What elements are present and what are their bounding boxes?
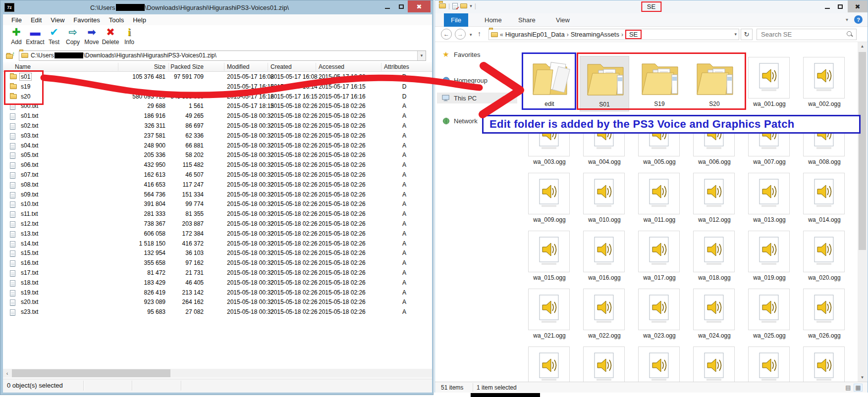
new-folder-button[interactable] xyxy=(460,3,467,8)
archive-row-s12.txt[interactable]: s12.txt 738 367 203 887 2015-05-18 00:32… xyxy=(3,219,432,229)
file-tile-wa_016.ogg[interactable]: wa_016.ogg xyxy=(580,230,629,285)
minimize-button[interactable] xyxy=(821,0,833,12)
refresh-button[interactable]: ↻ xyxy=(741,29,753,40)
scroll-up-icon[interactable]: ▲ xyxy=(858,42,867,50)
archive-row-s18.txt[interactable]: s18.txt 183 429 46 405 2015-05-18 00:32 … xyxy=(3,278,432,288)
scroll-left-icon[interactable]: ‹ xyxy=(3,369,11,378)
file-tile-wa_018.ogg[interactable]: wa_018.ogg xyxy=(690,230,739,285)
vertical-scrollbar[interactable]: ▲ ▼ xyxy=(858,42,867,382)
column-header-modified[interactable]: Modified xyxy=(227,63,249,70)
menu-item-tools[interactable]: Tools xyxy=(105,16,128,24)
file-tile-wa_011.ogg[interactable]: wa_011.ogg xyxy=(635,172,684,227)
menu-item-view[interactable]: View xyxy=(46,16,69,24)
move-button[interactable]: ➡Move xyxy=(82,26,101,46)
folder-tile-S19[interactable]: S19 xyxy=(635,56,684,111)
forward-button[interactable]: → xyxy=(455,29,466,40)
file-tile-wa_013.ogg[interactable]: wa_013.ogg xyxy=(745,172,794,227)
file-tile-wa_007.ogg[interactable]: wa_007.ogg xyxy=(745,114,794,169)
folder-tile-S01[interactable]: S01 xyxy=(580,56,629,111)
archive-row-s07.txt[interactable]: s07.txt 162 613 46 507 2015-05-18 00:32 … xyxy=(3,170,432,180)
scrollbar-thumb[interactable] xyxy=(12,369,170,377)
file-tile-wa_010.ogg[interactable]: wa_010.ogg xyxy=(580,172,629,227)
tab-share[interactable]: Share xyxy=(511,13,542,27)
file-tile-wa_004.ogg[interactable]: wa_004.ogg xyxy=(580,114,629,169)
breadcrumb-item-se[interactable]: SE xyxy=(625,30,642,39)
file-tile-wa_019.ogg[interactable]: wa_019.ogg xyxy=(745,230,794,285)
maximize-button[interactable] xyxy=(395,0,408,12)
back-button[interactable]: ← xyxy=(441,29,452,40)
breadcrumb-item-data[interactable]: HigurashiEp01_Data xyxy=(505,31,565,38)
file-tile-wa_023.ogg[interactable]: wa_023.ogg xyxy=(635,288,684,343)
file-tile[interactable] xyxy=(635,346,684,382)
archive-row-s16.txt[interactable]: s16.txt 355 658 97 162 2015-05-18 00:32 … xyxy=(3,258,432,268)
breadcrumb-overflow-icon[interactable]: « xyxy=(500,31,503,38)
column-header-size[interactable]: Size xyxy=(122,63,165,70)
file-tile-wa_024.ogg[interactable]: wa_024.ogg xyxy=(690,288,739,343)
archive-row-s13.txt[interactable]: s13.txt 606 058 172 384 2015-05-18 00:32… xyxy=(3,229,432,239)
column-header-name[interactable]: Name xyxy=(15,63,31,70)
menu-item-help[interactable]: Help xyxy=(128,16,151,24)
file-tile-wa_009.ogg[interactable]: wa_009.ogg xyxy=(525,172,574,227)
file-tile-wa_025.ogg[interactable]: wa_025.ogg xyxy=(745,288,794,343)
archive-row-s20.txt[interactable]: s20.txt 923 089 264 162 2015-05-18 00:32… xyxy=(3,298,432,307)
info-button[interactable]: iInfo xyxy=(120,26,139,46)
archive-row-s02.txt[interactable]: s02.txt 326 311 86 697 2015-05-18 00:32 … xyxy=(3,121,432,131)
archive-path-input[interactable]: C:\Users\Downloads\Higurashi\HigurashiPS… xyxy=(19,50,426,61)
file-tile-wa_006.ogg[interactable]: wa_006.ogg xyxy=(690,114,739,169)
archive-row-s04.txt[interactable]: s04.txt 248 900 66 881 2015-05-18 00:32 … xyxy=(3,141,432,151)
breadcrumb[interactable]: « HigurashiEp01_Data › StreamingAssets ›… xyxy=(488,29,739,40)
tab-home[interactable]: Home xyxy=(478,13,509,27)
archive-row-s01[interactable]: s01 105 376 481 97 591 709 2015-05-17 16… xyxy=(3,72,432,82)
chevron-down-icon[interactable]: ▾ xyxy=(470,3,472,8)
search-input[interactable] xyxy=(757,30,841,39)
archive-row-s01.txt[interactable]: s01.txt 186 916 49 265 2015-05-18 00:32 … xyxy=(3,111,432,121)
folder-tile-S20[interactable]: S20 xyxy=(690,56,739,111)
column-header-packed-size[interactable]: Packed Size xyxy=(166,63,204,70)
file-tile-wa_020.ogg[interactable]: wa_020.ogg xyxy=(800,230,849,285)
expand-ribbon-icon[interactable]: ▾ xyxy=(846,17,848,22)
test-button[interactable]: ✔Test xyxy=(45,26,63,46)
archive-row-s05.txt[interactable]: s05.txt 205 336 58 202 2015-05-18 00:32 … xyxy=(3,150,432,160)
archive-row-s15.txt[interactable]: s15.txt 132 954 36 103 2015-05-18 00:32 … xyxy=(3,248,432,258)
add-button[interactable]: ✚Add xyxy=(7,26,26,46)
file-tile-wa_005.ogg[interactable]: wa_005.ogg xyxy=(635,114,684,169)
archive-row-s00.txt[interactable]: s00.txt 29 688 1 561 2015-05-17 18:15 20… xyxy=(3,101,432,111)
archive-row-s10.txt[interactable]: s10.txt 391 804 99 774 2015-05-18 00:32 … xyxy=(3,199,432,209)
archive-row-s23.txt[interactable]: s23.txt 95 683 27 082 2015-05-18 00:32 2… xyxy=(3,307,432,317)
maximize-button[interactable] xyxy=(834,0,846,12)
path-dropdown-button[interactable]: ▾ xyxy=(417,51,426,60)
tab-file[interactable]: File xyxy=(444,13,468,27)
file-tile[interactable] xyxy=(525,346,574,382)
search-box[interactable] xyxy=(757,29,857,40)
archive-row-s17.txt[interactable]: s17.txt 81 472 21 731 2015-05-18 00:32 2… xyxy=(3,268,432,278)
folder-tile-edit[interactable]: edit xyxy=(525,56,574,111)
up-folder-icon[interactable]: ↑ xyxy=(6,51,15,59)
archive-row-s19[interactable]: s19 2015-05-17 16:15 2015-05-17 16:14 20… xyxy=(3,82,432,92)
file-tile[interactable] xyxy=(690,346,739,382)
archive-row-s06.txt[interactable]: s06.txt 432 950 115 482 2015-05-18 00:32… xyxy=(3,160,432,170)
chevron-down-icon[interactable]: ▾ xyxy=(734,32,737,37)
tab-view[interactable]: View xyxy=(549,13,577,27)
column-header-created[interactable]: Created xyxy=(271,63,292,70)
file-tile[interactable] xyxy=(745,346,794,382)
file-tile-wa_008.ogg[interactable]: wa_008.ogg xyxy=(800,114,849,169)
menu-item-favorites[interactable]: Favorites xyxy=(69,16,104,24)
archive-row-s09.txt[interactable]: s09.txt 564 736 151 334 2015-05-18 00:32… xyxy=(3,190,432,200)
scroll-down-icon[interactable]: ▼ xyxy=(858,373,867,382)
file-tile-wa_012.ogg[interactable]: wa_012.ogg xyxy=(690,172,739,227)
minimize-button[interactable] xyxy=(381,0,394,12)
file-tile-wa_017.ogg[interactable]: wa_017.ogg xyxy=(635,230,684,285)
extract-button[interactable]: ▬Extract xyxy=(26,26,45,46)
breadcrumb-item-streamingassets[interactable]: StreamingAssets xyxy=(571,31,619,38)
file-tile-wa_021.ogg[interactable]: wa_021.ogg xyxy=(525,288,574,343)
file-tile[interactable] xyxy=(580,346,629,382)
up-button[interactable]: ↑ xyxy=(478,30,481,38)
file-tile-wa_014.ogg[interactable]: wa_014.ogg xyxy=(800,172,849,227)
folder-icon[interactable] xyxy=(439,3,446,8)
menu-item-file[interactable]: File xyxy=(7,16,26,24)
properties-button[interactable]: ✔ xyxy=(452,3,458,9)
file-tile-wa_002.ogg[interactable]: wa_002.ogg xyxy=(800,56,849,111)
close-button[interactable]: ✖ xyxy=(848,0,868,12)
archive-row-s20[interactable]: s20 580 093 725 543 383 966 2015-05-17 1… xyxy=(3,92,432,102)
file-tile-wa_001.ogg[interactable]: wa_001.ogg xyxy=(745,56,794,111)
